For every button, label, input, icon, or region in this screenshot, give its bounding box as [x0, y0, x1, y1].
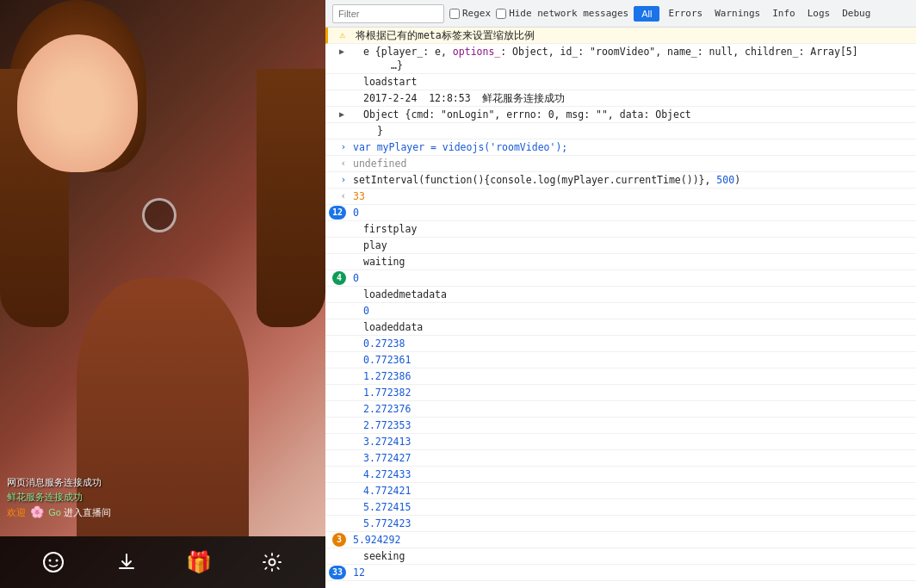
warnings-filter[interactable]: Warnings	[711, 6, 764, 21]
row-content: 1.772382	[350, 386, 913, 399]
row-content: loadeddata	[350, 320, 913, 334]
circle-overlay-button[interactable]	[142, 198, 176, 232]
row-content: undefined	[350, 157, 913, 170]
count-badge-4: 4	[332, 271, 346, 285]
table-row[interactable]: 0	[325, 303, 916, 319]
row-content: play	[350, 238, 913, 252]
table-row[interactable]: 2.772353	[325, 418, 916, 434]
row-content: e {player_: e, options_: Object, id_: "r…	[350, 45, 913, 72]
info-filter[interactable]: Info	[769, 6, 799, 21]
waiting-text: waiting	[363, 256, 405, 268]
row-content: setInterval(function(){console.log(myPla…	[350, 173, 913, 187]
table-row[interactable]: }	[325, 123, 916, 139]
devtools-panel: Regex Hide network messages All Errors W…	[325, 0, 916, 588]
table-row[interactable]: 3 5.924292	[325, 532, 916, 548]
debug-filter[interactable]: Debug	[839, 6, 874, 21]
welcome-text: 欢迎	[7, 507, 26, 517]
row-prefix: 33	[325, 566, 350, 579]
firstplay-text: firstplay	[363, 223, 417, 235]
all-filter-button[interactable]: All	[634, 6, 659, 22]
svg-point-1	[49, 560, 52, 562]
table-row[interactable]: ▶ Object {cmd: "onLogin", errno: 0, msg:…	[325, 107, 916, 123]
table-row[interactable]: loadeddata	[325, 319, 916, 336]
value-0b: 0	[353, 272, 359, 284]
expand-arrow-icon: ▶	[339, 45, 344, 59]
table-row[interactable]: 0.772361	[325, 352, 916, 368]
value-12: 12	[353, 566, 365, 579]
row-content: 12	[350, 566, 913, 579]
table-row[interactable]: 0.27238	[325, 336, 916, 352]
svg-point-0	[44, 553, 63, 572]
row-content: 0.27238	[350, 337, 913, 350]
table-row[interactable]: loadstart	[325, 74, 916, 90]
table-row[interactable]: seeking	[325, 548, 916, 565]
table-row[interactable]: ▶ e {player_: e, options_: Object, id_: …	[325, 44, 916, 74]
row-prefix: ▶	[325, 45, 350, 59]
regex-checkbox-label[interactable]: Regex	[449, 8, 491, 19]
table-row[interactable]: firstplay	[325, 221, 916, 238]
chat-icon[interactable]	[38, 547, 69, 578]
row-content: loadstart	[350, 75, 913, 89]
table-row[interactable]: play	[325, 238, 916, 254]
num-val: 0.772361	[363, 354, 411, 366]
row-content: 0	[350, 271, 913, 285]
download-icon[interactable]	[111, 547, 142, 578]
table-row[interactable]: 1.772382	[325, 385, 916, 401]
overlay-line2: 鲜花服务连接成功	[7, 491, 111, 504]
count-badge-33: 33	[329, 566, 346, 579]
var-statement: var myPlayer = videojs('roomVideo');	[353, 141, 567, 153]
settings-icon[interactable]	[257, 547, 288, 578]
table-row[interactable]: waiting	[325, 254, 916, 270]
object-login-text: Object {cmd: "onLogin", errno: 0, msg: "…	[363, 108, 691, 121]
table-row[interactable]: 4 0	[325, 270, 916, 287]
undefined-text: undefined	[353, 158, 406, 170]
table-row[interactable]: ‹ undefined	[325, 156, 916, 172]
filter-input[interactable]	[332, 4, 444, 23]
table-row[interactable]: › var myPlayer = videojs('roomVideo');	[325, 139, 916, 156]
table-row[interactable]: ⚠ 将根据已有的meta标签来设置缩放比例	[325, 28, 916, 44]
row-content: 3.272413	[350, 435, 913, 449]
logs-filter[interactable]: Logs	[804, 6, 834, 21]
table-row[interactable]: loadedmetadata	[325, 287, 916, 303]
hide-network-label: Hide network messages	[509, 8, 628, 19]
gift-icon[interactable]: 🎁	[183, 547, 214, 578]
row-prefix: 4	[325, 271, 350, 285]
table-row[interactable]: 2017-2-24 12:8:53 鲜花服务连接成功	[325, 90, 916, 107]
row-content: 2.272376	[350, 402, 913, 416]
table-row[interactable]: ‹ 33	[325, 189, 916, 205]
seeking-text: seeking	[363, 550, 405, 562]
table-row[interactable]: 33 12	[325, 565, 916, 581]
go-text: Go	[48, 507, 61, 517]
row-content: firstplay	[350, 222, 913, 236]
row-content: 将根据已有的meta标签来设置缩放比例	[352, 28, 913, 42]
overlay-messages: 网页消息服务连接成功 鲜花服务连接成功 欢迎 🌸 Go 进入直播间	[7, 476, 111, 519]
video-background: 网页消息服务连接成功 鲜花服务连接成功 欢迎 🌸 Go 进入直播间	[0, 0, 325, 588]
table-row[interactable]: › setInterval(function(){console.log(myP…	[325, 172, 916, 189]
table-row[interactable]: 3.272413	[325, 434, 916, 450]
hide-network-checkbox-label[interactable]: Hide network messages	[496, 8, 628, 19]
table-row[interactable]: 4.272433	[325, 467, 916, 483]
num-val: 4.772421	[363, 485, 411, 497]
row-content: 0	[350, 206, 913, 220]
hide-network-checkbox[interactable]	[496, 9, 506, 19]
svg-point-3	[269, 560, 275, 566]
table-row[interactable]: 5.272415	[325, 499, 916, 516]
devtools-toolbar: Regex Hide network messages All Errors W…	[325, 0, 916, 28]
table-row[interactable]: 1.272386	[325, 368, 916, 385]
row-content: 5.924292	[350, 533, 913, 547]
row-prefix: ›	[325, 173, 350, 187]
table-row[interactable]: 12 0	[325, 205, 916, 221]
table-row[interactable]: 2.272376	[325, 401, 916, 418]
errors-filter[interactable]: Errors	[665, 6, 706, 21]
table-row[interactable]: 3.772427	[325, 450, 916, 467]
emoji-flower: 🌸	[30, 505, 44, 518]
row-content: 5.772423	[350, 517, 913, 530]
face	[17, 34, 138, 172]
result-33: 33	[353, 190, 365, 202]
row-prefix: 3	[325, 533, 350, 547]
table-row[interactable]: 4.772421	[325, 483, 916, 499]
table-row[interactable]: 5.772423	[325, 516, 916, 532]
row-content: 0	[350, 304, 913, 318]
regex-checkbox[interactable]	[449, 9, 460, 19]
enter-text: 进入直播间	[64, 507, 111, 517]
